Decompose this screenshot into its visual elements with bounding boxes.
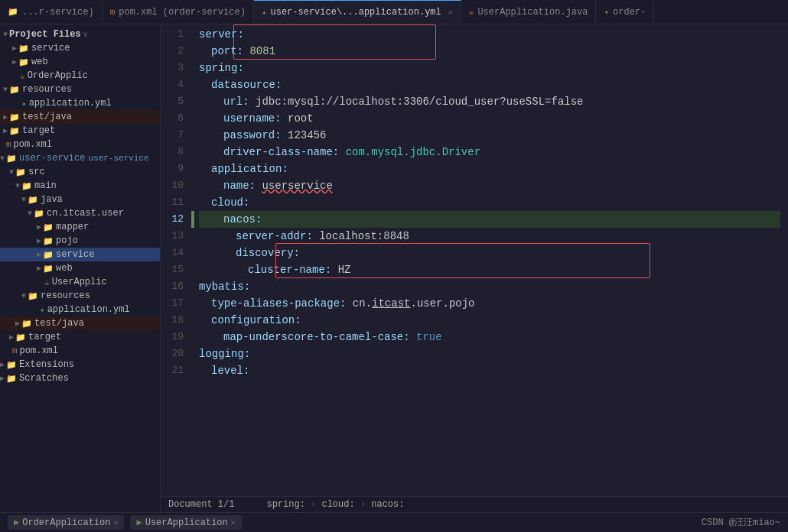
code-line-11: cloud: [199,194,780,211]
separator [243,499,259,510]
code-line-3: spring: [199,60,780,76]
tab-label: UserApplication.java [477,7,588,18]
expand-arrow: ▶ [15,319,20,328]
item-label: mapper [56,222,89,232]
sidebar-item-target1[interactable]: ▶ 📁 target [0,124,160,138]
run-tab-order[interactable]: ▶ OrderApplication ✕ [8,515,124,530]
code-line-7: password: 123456 [199,127,780,144]
close-icon[interactable]: ✕ [448,8,453,17]
sidebar-item-appyml1[interactable]: ✦ application.yml [0,96,160,110]
close-icon[interactable]: ✕ [113,518,118,527]
tab-user-app-java[interactable]: ☕ UserApplication.java [461,0,597,24]
sidebar-item-pom1[interactable]: m pom.xml [0,138,160,151]
item-label: web [56,263,73,274]
code-line-4: datasource: [199,76,780,93]
sidebar-item-extensions[interactable]: ▶ 📁 Extensions [0,358,160,371]
sidebar-item-java[interactable]: ▼ 📁 java [0,193,160,206]
code-line-6: username: root [199,110,780,127]
item-label: user-service [19,153,85,164]
sidebar-item-service-selected[interactable]: ▶ 📁 service [0,248,160,261]
sidebar-item-userservice[interactable]: ▼ 📁 user-service user-service [0,151,160,165]
expand-arrow: ▼ [0,154,5,163]
code-token: 8081 [249,43,275,60]
sidebar-item-testjava1[interactable]: ▶ 📁 test/java [0,110,160,124]
code-token: localhost:8848 [319,228,409,245]
close-icon[interactable]: ✕ [231,518,236,527]
folder-icon: 📁 [43,250,54,260]
code-token: password: [223,127,288,144]
folder-icon: 📁 [18,57,29,67]
csdn-label: CSDN @汪汪miao~ [702,516,780,529]
expand-arrow: ▶ [0,374,5,383]
tab-order-service[interactable]: 📁 ...r-service) [0,0,103,24]
folder-icon: 📁 [6,154,17,164]
tab-pom-order[interactable]: m pom.xml (order-service) [103,0,254,24]
code-content[interactable]: server: port: 8081 spring: datasource: [191,24,788,496]
code-line-14: discovery: [199,245,780,261]
tab-order[interactable]: ✦ order- [596,0,654,24]
order-icon: ✦ [604,7,609,17]
item-label: application.yml [47,304,130,315]
expand-arrow: ▼ [9,168,14,177]
tab-label: pom.xml (order-service) [119,7,246,18]
tab-label: order- [613,7,646,18]
sidebar-item-scratches[interactable]: ▶ 📁 Scratches [0,371,160,385]
sidebar-item-userapplic[interactable]: ☕ UserApplic [0,275,160,289]
sidebar-item-pojo[interactable]: ▶ 📁 pojo [0,234,160,248]
sidebar-item-appyml2[interactable]: ✦ application.yml [0,303,160,316]
sidebar-item-web2[interactable]: ▶ 📁 web [0,261,160,275]
folder-icon: 📁 [18,44,29,54]
code-token: username: [223,110,288,127]
expand-arrow: ▼ [21,292,26,300]
code-token: url: [223,93,256,110]
item-label: test/java [22,112,72,122]
item-label: pojo [56,235,78,246]
code-line-20: logging: [199,345,780,362]
item-label: target [28,332,61,342]
folder-icon: 📁 [43,236,54,246]
tab-user-yaml[interactable]: ✦ user-service\...application.yml ✕ [254,0,461,24]
code-view[interactable]: 1 2 3 4 5 6 7 8 9 10 11 12 13 14 15 16 1… [161,24,788,496]
code-token: com.mysql.jdbc.Driver [346,144,480,161]
code-token: mybatis: [199,278,250,295]
project-files-header[interactable]: ▼ Project Files ∨ [0,28,160,41]
item-label: pom.xml [14,139,52,150]
item-label: resources [22,84,72,95]
folder-icon: 📁 [15,332,26,342]
expand-arrow: ▼ [21,196,26,204]
green-dot-icon: ▶ [136,517,142,528]
code-token: true [416,329,442,345]
code-token: server-addr: [236,228,319,245]
expand-arrow: ▶ [37,222,41,232]
pom-icon: m [110,8,116,17]
sidebar-item-service[interactable]: ▶ 📁 service [0,41,160,55]
run-tab-user[interactable]: ▶ UserApplication ✕ [130,515,241,530]
sidebar-item-resources[interactable]: ▼ 📁 resources [0,83,160,96]
code-line-8: driver-class-name: com.mysql.jdbc.Driver [199,144,780,161]
sidebar-item-target2[interactable]: ▶ 📁 target [0,330,160,344]
chevron-icon: ∨ [83,30,88,39]
breadcrumb-path: spring: › cloud: › nacos: [266,499,404,510]
code-token: port: [211,43,249,60]
sidebar-item-web[interactable]: ▶ 📁 web [0,55,160,69]
folder-icon: 📁 [15,167,26,177]
sidebar-item-resources2[interactable]: ▼ 📁 resources [0,289,160,303]
folder-icon: 📁 [9,126,20,136]
item-label: Extensions [19,359,74,370]
code-token: datasource: [211,76,282,93]
folder-icon: 📁 [34,209,44,219]
code-token: name: [223,177,262,194]
sidebar-item-testjava2[interactable]: ▶ 📁 test/java [0,316,160,330]
sidebar-item-mapper[interactable]: ▶ 📁 mapper [0,220,160,234]
code-line-17: type-aliases-package: cn.itcast.user.poj… [199,295,780,312]
code-line-5: url: jdbc:mysql://localhost:3306/cloud_u… [199,93,780,110]
sidebar-item-orderapplic[interactable]: ☕ OrderApplic [0,69,160,83]
sidebar-item-main[interactable]: ▼ 📁 main [0,179,160,193]
sidebar-item-pom2[interactable]: m pom.xml [0,344,160,358]
code-token: 123456 [288,127,326,144]
tab-label: ...r-service) [22,7,94,18]
sidebar-item-src[interactable]: ▼ 📁 src [0,165,160,179]
folder-icon: 📁 [9,85,20,95]
sidebar-item-cn-itcast[interactable]: ▼ 📁 cn.itcast.user [0,206,160,220]
code-token: spring: [199,60,244,76]
